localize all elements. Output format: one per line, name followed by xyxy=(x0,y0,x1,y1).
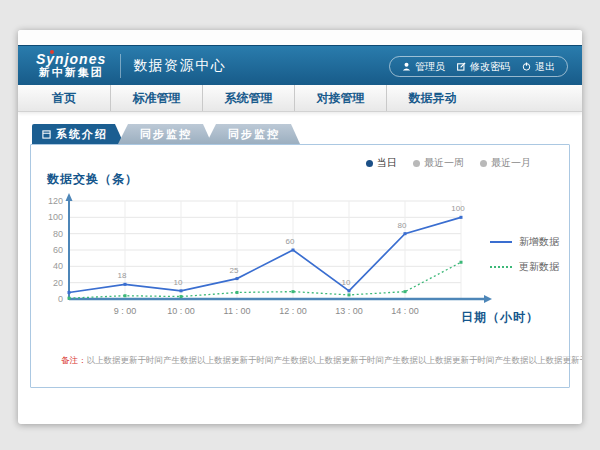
filter-label: 最近一月 xyxy=(491,156,531,170)
svg-text:11 : 00: 11 : 00 xyxy=(224,306,251,316)
legend-line-sample xyxy=(490,241,512,243)
legend-entry-更新数据: 更新数据 xyxy=(490,260,559,274)
logo-text-cn: 新中新集团 xyxy=(36,67,106,79)
svg-text:80: 80 xyxy=(53,229,63,239)
svg-text:12 : 00: 12 : 00 xyxy=(279,306,307,316)
radio-dot-icon xyxy=(480,160,487,167)
line-chart: 0204060801001209 : 0010 : 0011 : 0012 : … xyxy=(39,187,519,339)
svg-text:120: 120 xyxy=(48,196,63,206)
date-range-filters: 当日最近一周最近一月 xyxy=(366,156,531,170)
document-icon xyxy=(42,130,51,139)
legend-entry-新增数据: 新增数据 xyxy=(490,235,559,249)
svg-text:10: 10 xyxy=(174,278,183,287)
chart-x-axis-title: 日期（小时） xyxy=(461,309,539,326)
app-header: Synjones 新中新集团 数据资源中心 管理员 修改密码 退出 xyxy=(18,45,582,85)
radio-dot-icon xyxy=(413,160,420,167)
svg-text:25: 25 xyxy=(230,266,239,275)
top-strip xyxy=(18,30,582,45)
tab-0[interactable]: 系统介绍 xyxy=(32,124,124,144)
tab-2[interactable]: 同步监控 xyxy=(206,124,300,144)
logout-button[interactable]: 退出 xyxy=(522,60,555,74)
svg-text:18: 18 xyxy=(118,271,127,280)
svg-text:14 : 00: 14 : 00 xyxy=(391,306,419,316)
logo-text-en: Synjones xyxy=(36,52,106,67)
user-toolbar: 管理员 修改密码 退出 xyxy=(389,56,568,77)
content-panel: 当日最近一周最近一月 数据交换（条） 0204060801001209 : 00… xyxy=(30,144,570,388)
svg-text:40: 40 xyxy=(53,261,63,271)
nav-item-首页[interactable]: 首页 xyxy=(18,85,110,111)
svg-text:20: 20 xyxy=(53,278,63,288)
svg-text:80: 80 xyxy=(398,221,407,230)
footnote: 备注：以上数据更新于时间产生数据以上数据更新于时间产生数据以上数据更新于时间产生… xyxy=(61,355,553,367)
footnote-label: 备注： xyxy=(61,355,87,365)
change-password-label: 修改密码 xyxy=(470,60,510,74)
radio-dot-icon xyxy=(366,160,373,167)
filter-最近一月[interactable]: 最近一月 xyxy=(480,156,531,170)
svg-text:100: 100 xyxy=(451,204,465,213)
tab-label: 同步监控 xyxy=(140,128,192,140)
svg-text:60: 60 xyxy=(286,237,295,246)
logout-label: 退出 xyxy=(535,60,555,74)
current-user-label: 管理员 xyxy=(415,60,445,74)
tab-label: 系统介绍 xyxy=(56,124,108,144)
app-window: Synjones 新中新集团 数据资源中心 管理员 修改密码 退出 首页标准管理… xyxy=(18,30,582,424)
power-icon xyxy=(522,62,531,71)
nav-item-系统管理[interactable]: 系统管理 xyxy=(202,85,294,111)
edit-icon xyxy=(457,62,466,71)
current-user[interactable]: 管理员 xyxy=(402,60,445,74)
app-title: 数据资源中心 xyxy=(133,57,226,75)
svg-text:10 : 00: 10 : 00 xyxy=(167,306,195,316)
filter-最近一周[interactable]: 最近一周 xyxy=(413,156,464,170)
user-icon xyxy=(402,62,411,71)
chart-legend: 新增数据更新数据 xyxy=(490,235,559,274)
svg-text:100: 100 xyxy=(48,212,63,222)
svg-text:0: 0 xyxy=(58,294,63,304)
change-password-button[interactable]: 修改密码 xyxy=(457,60,510,74)
svg-text:10: 10 xyxy=(342,278,351,287)
main-nav: 首页标准管理系统管理对接管理数据异动 xyxy=(18,85,582,112)
nav-item-数据异动[interactable]: 数据异动 xyxy=(386,85,478,111)
legend-label: 新增数据 xyxy=(519,235,559,249)
legend-label: 更新数据 xyxy=(519,260,559,274)
filter-label: 当日 xyxy=(377,156,397,170)
nav-item-对接管理[interactable]: 对接管理 xyxy=(294,85,386,111)
filter-label: 最近一周 xyxy=(424,156,464,170)
company-logo: Synjones 新中新集团 xyxy=(36,52,106,78)
nav-item-标准管理[interactable]: 标准管理 xyxy=(110,85,202,111)
svg-text:9 : 00: 9 : 00 xyxy=(114,306,137,316)
svg-text:13 : 00: 13 : 00 xyxy=(335,306,363,316)
tab-label: 同步监控 xyxy=(228,128,280,140)
footnote-text: 以上数据更新于时间产生数据以上数据更新于时间产生数据以上数据更新于时间产生数据以… xyxy=(87,355,583,365)
tab-bar: 系统介绍同步监控同步监控 xyxy=(32,124,582,144)
svg-text:60: 60 xyxy=(53,245,63,255)
header-divider xyxy=(120,54,121,78)
chart-y-axis-title: 数据交换（条） xyxy=(47,171,138,188)
legend-line-sample xyxy=(490,266,512,268)
filter-当日[interactable]: 当日 xyxy=(366,156,397,170)
tab-1[interactable]: 同步监控 xyxy=(118,124,212,144)
